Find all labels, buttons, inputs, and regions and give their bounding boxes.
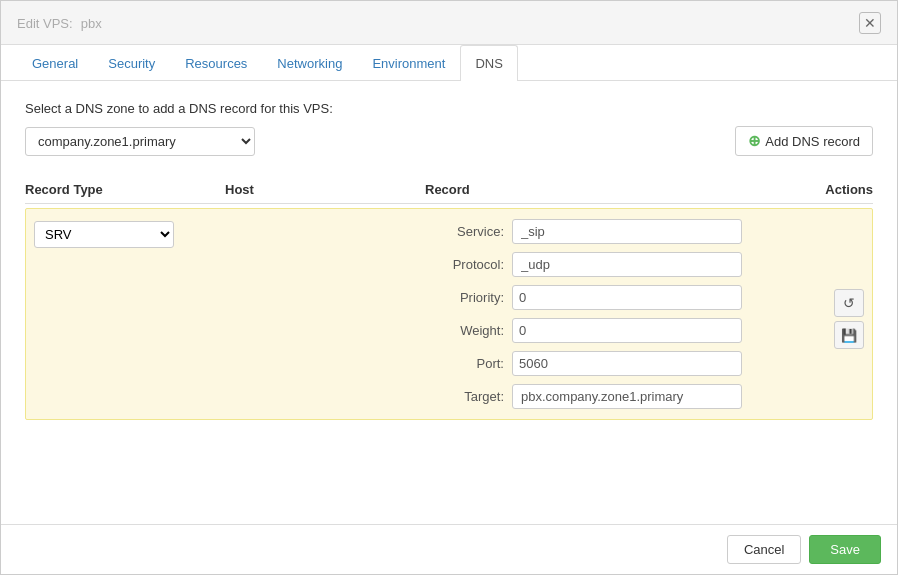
- target-input[interactable]: [512, 384, 742, 409]
- weight-label: Weight:: [434, 323, 504, 338]
- port-label: Port:: [434, 356, 504, 371]
- weight-field-row: Weight:: [434, 318, 784, 343]
- dns-zone-instruction: Select a DNS zone to add a DNS record fo…: [25, 101, 873, 116]
- actions-col: ↺ 💾: [784, 219, 864, 349]
- service-field-row: Service:: [434, 219, 784, 244]
- save-button[interactable]: Save: [809, 535, 881, 564]
- tab-security[interactable]: Security: [93, 45, 170, 81]
- plus-icon: ⊕: [748, 132, 761, 150]
- reset-record-button[interactable]: ↺: [834, 289, 864, 317]
- tab-networking[interactable]: Networking: [262, 45, 357, 81]
- service-label: Service:: [434, 224, 504, 239]
- col-actions: Actions: [793, 182, 873, 197]
- col-host: Host: [225, 182, 425, 197]
- add-dns-record-button[interactable]: ⊕ Add DNS record: [735, 126, 873, 156]
- protocol-input[interactable]: [512, 252, 742, 277]
- dns-zone-row: company.zone1.primary ⊕ Add DNS record: [25, 126, 873, 156]
- save-record-button[interactable]: 💾: [834, 321, 864, 349]
- tab-bar: General Security Resources Networking En…: [1, 45, 897, 81]
- col-record: Record: [425, 182, 793, 197]
- protocol-field-row: Protocol:: [434, 252, 784, 277]
- port-field-row: Port:: [434, 351, 784, 376]
- table-header: Record Type Host Record Actions: [25, 176, 873, 204]
- edit-vps-modal: Edit VPS: pbx ✕ General Security Resourc…: [0, 0, 898, 575]
- record-type-select[interactable]: SRV A AAAA CNAME MX TXT NS: [34, 221, 174, 248]
- tab-general[interactable]: General: [17, 45, 93, 81]
- dns-zone-select[interactable]: company.zone1.primary: [25, 127, 255, 156]
- modal-title-text: Edit VPS:: [17, 16, 73, 31]
- target-label: Target:: [434, 389, 504, 404]
- tab-resources[interactable]: Resources: [170, 45, 262, 81]
- target-field-row: Target:: [434, 384, 784, 409]
- tab-dns[interactable]: DNS: [460, 45, 517, 81]
- save-record-icon: 💾: [841, 328, 857, 343]
- close-button[interactable]: ✕: [859, 12, 881, 34]
- priority-label: Priority:: [434, 290, 504, 305]
- record-col: Service: Protocol: Priority: Weight: Por…: [434, 219, 784, 409]
- modal-subtitle: pbx: [81, 16, 102, 31]
- weight-input[interactable]: [512, 318, 742, 343]
- service-input[interactable]: [512, 219, 742, 244]
- dns-record-row: SRV A AAAA CNAME MX TXT NS Service:: [25, 208, 873, 420]
- protocol-label: Protocol:: [434, 257, 504, 272]
- priority-field-row: Priority:: [434, 285, 784, 310]
- cancel-button[interactable]: Cancel: [727, 535, 801, 564]
- reset-icon: ↺: [843, 295, 855, 311]
- add-dns-button-label: Add DNS record: [765, 134, 860, 149]
- modal-title: Edit VPS: pbx: [17, 14, 102, 31]
- modal-header: Edit VPS: pbx ✕: [1, 1, 897, 45]
- tab-environment[interactable]: Environment: [357, 45, 460, 81]
- modal-body: Select a DNS zone to add a DNS record fo…: [1, 81, 897, 524]
- modal-footer: Cancel Save: [1, 524, 897, 574]
- close-icon: ✕: [864, 15, 876, 31]
- record-type-col: SRV A AAAA CNAME MX TXT NS: [34, 219, 234, 248]
- col-record-type: Record Type: [25, 182, 225, 197]
- priority-input[interactable]: [512, 285, 742, 310]
- port-input[interactable]: [512, 351, 742, 376]
